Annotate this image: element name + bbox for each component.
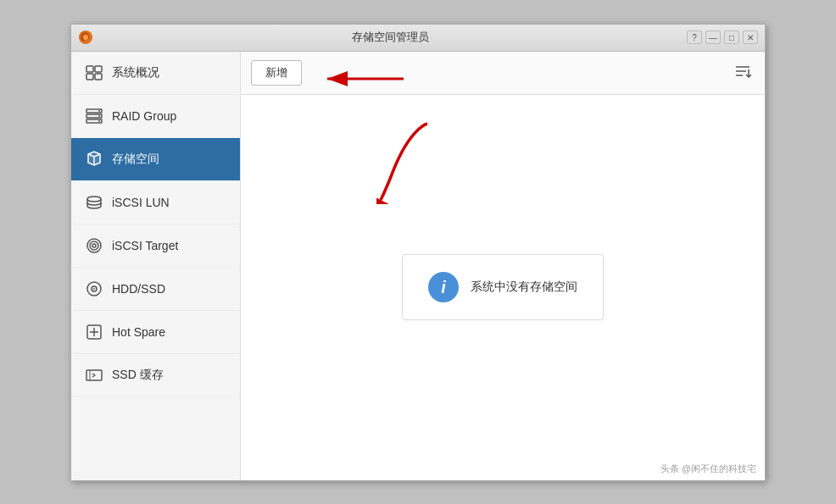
svg-rect-5 bbox=[95, 74, 102, 80]
arrow-annotation bbox=[310, 66, 412, 91]
sidebar-item-storage[interactable]: 存储空间 bbox=[71, 138, 240, 181]
sidebar-item-ssd-cache-label: SSD 缓存 bbox=[112, 368, 164, 383]
content-area: 系统概况 RAID Group bbox=[71, 52, 765, 480]
toolbar: 新增 bbox=[241, 52, 765, 95]
main-content: 新增 bbox=[241, 52, 765, 480]
sidebar: 系统概况 RAID Group bbox=[71, 52, 241, 480]
sidebar-item-iscsi-lun-label: iSCSI LUN bbox=[112, 196, 170, 209]
sidebar-item-raid-label: RAID Group bbox=[112, 109, 176, 123]
storage-icon bbox=[85, 150, 103, 169]
svg-point-10 bbox=[98, 115, 100, 117]
ssd-cache-icon bbox=[85, 366, 103, 385]
empty-state-box: i 系统中没有存储空间 bbox=[402, 254, 604, 320]
sidebar-item-iscsi-target-label: iSCSI Target bbox=[112, 239, 178, 252]
info-icon: i bbox=[428, 272, 459, 302]
sidebar-item-hot-spare[interactable]: Hot Spare bbox=[71, 311, 240, 354]
svg-rect-4 bbox=[86, 74, 93, 80]
svg-point-11 bbox=[98, 120, 100, 122]
sidebar-item-hot-spare-label: Hot Spare bbox=[112, 325, 165, 339]
content-body: i 系统中没有存储空间 bbox=[241, 95, 765, 480]
hdd-ssd-icon bbox=[85, 280, 103, 298]
svg-point-12 bbox=[87, 197, 101, 202]
svg-rect-2 bbox=[86, 66, 93, 72]
iscsi-target-icon bbox=[85, 236, 103, 255]
sidebar-item-overview[interactable]: 系统概况 bbox=[71, 52, 240, 95]
svg-point-18 bbox=[93, 288, 95, 290]
toolbar-right bbox=[731, 60, 755, 86]
new-button[interactable]: 新增 bbox=[251, 60, 302, 86]
raid-icon bbox=[85, 107, 103, 125]
main-panel: 新增 bbox=[241, 52, 765, 480]
svg-point-15 bbox=[92, 244, 96, 247]
sidebar-item-iscsi-target[interactable]: iSCSI Target bbox=[71, 224, 240, 268]
sidebar-item-overview-label: 系统概况 bbox=[112, 65, 159, 80]
maximize-button[interactable]: □ bbox=[724, 30, 739, 44]
empty-state-message: 系统中没有存储空间 bbox=[471, 280, 577, 295]
sidebar-item-storage-label: 存储空间 bbox=[112, 152, 159, 167]
svg-point-1 bbox=[83, 35, 88, 40]
hot-spare-icon bbox=[85, 323, 103, 341]
sidebar-item-raid[interactable]: RAID Group bbox=[71, 95, 240, 138]
titlebar: 存储空间管理员 ? — □ ✕ bbox=[71, 25, 765, 52]
toolbar-left: 新增 bbox=[251, 60, 309, 86]
sort-button[interactable] bbox=[731, 60, 755, 86]
svg-rect-3 bbox=[95, 66, 102, 72]
sidebar-item-ssd-cache[interactable]: SSD 缓存 bbox=[71, 354, 240, 397]
sidebar-item-hdd-ssd[interactable]: HDD/SSD bbox=[71, 268, 240, 311]
help-button[interactable]: ? bbox=[687, 30, 702, 44]
sidebar-item-iscsi-lun[interactable]: iSCSI LUN bbox=[71, 181, 240, 224]
window-controls: ? — □ ✕ bbox=[687, 30, 758, 44]
window-title: 存储空间管理员 bbox=[93, 30, 687, 45]
sidebar-item-hdd-ssd-label: HDD/SSD bbox=[112, 282, 165, 296]
svg-point-9 bbox=[98, 110, 100, 112]
overview-icon bbox=[85, 64, 103, 82]
iscsi-lun-icon bbox=[85, 193, 103, 212]
minimize-button[interactable]: — bbox=[705, 30, 721, 44]
app-logo bbox=[78, 30, 93, 45]
svg-point-14 bbox=[90, 241, 98, 250]
close-button[interactable]: ✕ bbox=[743, 30, 758, 44]
